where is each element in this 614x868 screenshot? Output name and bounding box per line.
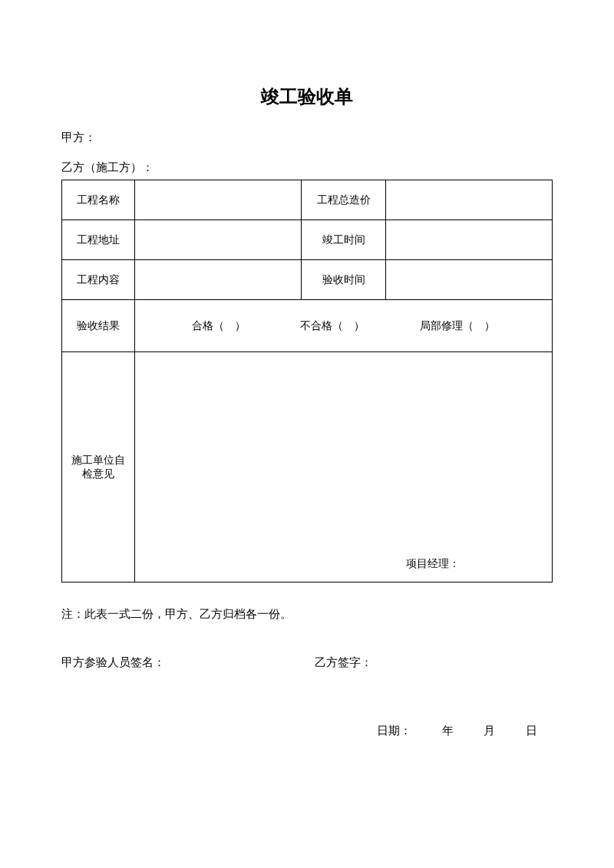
date-prefix: 日期： [377,724,411,737]
party-b-line: 乙方（施工方）： [61,160,553,175]
party-a-line: 甲方： [61,130,553,145]
date-day: 日 [526,724,537,737]
note-text: 注：此表一式二份，甲方、乙方归档各一份。 [61,607,553,622]
signature-party-b[interactable]: 乙方签字： [315,655,372,670]
value-project-content[interactable] [135,260,302,300]
option-partial[interactable]: 局部修理（ ） [420,319,495,333]
acceptance-form-table: 工程名称 工程总造价 工程地址 竣工时间 工程内容 验收时间 验收结果 合格（ … [61,180,553,583]
label-accept-time: 验收时间 [302,260,386,300]
value-project-addr[interactable] [135,220,302,260]
date-row: 日期： 年 月 日 [61,724,553,738]
table-row: 验收结果 合格（ ） 不合格（ ） 局部修理（ ） [62,300,553,352]
table-row: 施工单位自检意见 项目经理： [62,352,553,583]
value-complete-time[interactable] [386,220,553,260]
value-total-cost[interactable] [386,180,553,220]
value-accept-time[interactable] [386,260,553,300]
label-total-cost: 工程总造价 [302,180,386,220]
opinion-cell[interactable]: 项目经理： [135,352,553,583]
table-row: 工程内容 验收时间 [62,260,553,300]
document-title: 竣工验收单 [61,84,553,109]
signature-row: 甲方参验人员签名： 乙方签字： [61,655,553,670]
option-fail[interactable]: 不合格（ ） [300,319,365,333]
date-month: 月 [484,724,495,737]
label-complete-time: 竣工时间 [302,220,386,260]
result-cell: 合格（ ） 不合格（ ） 局部修理（ ） [135,300,553,352]
option-pass[interactable]: 合格（ ） [192,319,246,333]
table-row: 工程名称 工程总造价 [62,180,553,220]
signature-party-a[interactable]: 甲方参验人员签名： [61,655,315,670]
label-self-opinion: 施工单位自检意见 [62,352,135,583]
label-project-addr: 工程地址 [62,220,135,260]
label-project-content: 工程内容 [62,260,135,300]
date-year: 年 [442,724,454,737]
label-project-name: 工程名称 [62,180,135,220]
label-project-manager: 项目经理： [406,557,460,571]
table-row: 工程地址 竣工时间 [62,220,553,260]
label-accept-result: 验收结果 [62,300,135,352]
value-project-name[interactable] [135,180,302,220]
